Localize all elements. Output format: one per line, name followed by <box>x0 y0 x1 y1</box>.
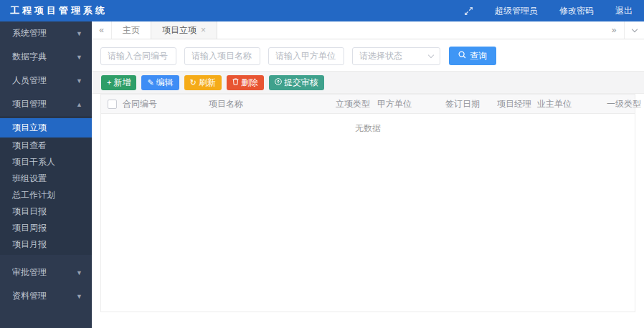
column-header-project-manager: 项目经理 <box>497 98 537 110</box>
main-content: « 主页 项目立项 × » 请选择状态 <box>92 21 644 328</box>
column-header-contract-number: 合同编号 <box>123 98 209 110</box>
column-header-level1-type: 一级类型 <box>607 98 641 110</box>
sidebar-item-label: 项目周报 <box>12 222 47 234</box>
logout-link[interactable]: 退出 <box>615 5 633 17</box>
close-icon[interactable]: × <box>201 25 206 35</box>
select-all-checkbox[interactable] <box>108 100 117 109</box>
sidebar-item-label: 项目日报 <box>12 206 47 218</box>
sidebar-item-team-settings[interactable]: 班组设置 <box>0 170 92 187</box>
refresh-button-label: 刷新 <box>199 77 216 89</box>
tab-home[interactable]: 主页 <box>112 21 151 39</box>
search-button-label: 查询 <box>470 50 487 62</box>
table-body: 无数据 <box>101 114 635 312</box>
chevron-down-icon <box>428 52 434 57</box>
search-button[interactable]: 查询 <box>449 47 496 65</box>
status-select[interactable]: 请选择状态 <box>352 47 440 65</box>
sidebar-item-label: 系统管理 <box>12 27 47 39</box>
sidebar-item-project-stakeholders[interactable]: 项目干系人 <box>0 154 92 170</box>
add-button-label: 新增 <box>113 77 131 89</box>
chevron-down-icon: ▼ <box>76 293 82 300</box>
sidebar-item-label: 项目立项 <box>12 122 47 134</box>
column-header-signing-date: 签订日期 <box>445 98 497 110</box>
topbar-actions: 超级管理员 修改密码 退出 <box>464 5 633 17</box>
submit-arrow-circle-icon <box>275 78 282 87</box>
filter-bar: 请选择状态 查询 <box>92 39 644 71</box>
tab-project-initiation[interactable]: 项目立项 × <box>151 21 217 39</box>
edit-button-label: 编辑 <box>156 77 174 89</box>
project-name-input[interactable] <box>184 47 260 65</box>
sidebar-item-label: 总工作计划 <box>12 189 55 201</box>
refresh-button[interactable]: ↻ 刷新 <box>184 75 222 90</box>
contract-number-input[interactable] <box>100 47 176 65</box>
sidebar-item-label: 数据字典 <box>12 51 47 63</box>
sidebar-item-document-management[interactable]: 资料管理 ▼ <box>0 284 92 308</box>
scroll-tabs-left-icon[interactable]: « <box>92 21 112 39</box>
sidebar-item-label: 资料管理 <box>12 290 47 302</box>
sidebar-item-project-monthly-report[interactable]: 项目月报 <box>0 236 92 253</box>
sidebar-item-overall-work-plan[interactable]: 总工作计划 <box>0 187 92 203</box>
column-header-party-a-unit: 甲方单位 <box>377 98 445 110</box>
scroll-tabs-right-icon[interactable]: » <box>604 21 624 39</box>
chevron-down-icon: ▼ <box>76 30 82 37</box>
refresh-icon: ↻ <box>190 79 196 87</box>
sidebar-item-label: 项目查看 <box>12 140 47 152</box>
sidebar-item-project-weekly-report[interactable]: 项目周报 <box>0 220 92 236</box>
project-management-submenu: 项目立项 项目查看 项目干系人 班组设置 总工作计划 项目日报 <box>0 116 92 255</box>
delete-button[interactable]: 删除 <box>227 75 264 90</box>
top-bar: 工程项目管理系统 超级管理员 修改密码 退出 <box>0 0 644 21</box>
submit-review-button[interactable]: 提交审核 <box>269 75 324 90</box>
tab-label: 项目立项 <box>162 24 196 37</box>
chevron-down-icon: ▼ <box>76 269 82 276</box>
sidebar-item-project-view[interactable]: 项目查看 <box>0 138 92 154</box>
sidebar-item-system-management[interactable]: 系统管理 ▼ <box>0 21 92 45</box>
chevron-down-icon: ▼ <box>76 54 82 61</box>
trash-icon <box>232 78 239 87</box>
action-toolbar: + 新增 ✎ 编辑 ↻ 刷新 删除 <box>92 71 644 94</box>
projects-table: 合同编号 项目名称 立项类型 甲方单位 签订日期 项目经理 业主单位 一级类型 … <box>100 94 635 312</box>
sidebar: 系统管理 ▼ 数据字典 ▼ 人员管理 ▼ 项目管理 ▲ 项目立项 项目查看 <box>0 21 92 328</box>
sidebar-item-project-daily-report[interactable]: 项目日报 <box>0 203 92 220</box>
edit-button[interactable]: ✎ 编辑 <box>141 75 179 90</box>
user-link[interactable]: 超级管理员 <box>495 5 538 17</box>
app-title: 工程项目管理系统 <box>10 4 108 17</box>
empty-state-text: 无数据 <box>101 114 635 135</box>
delete-button-label: 删除 <box>241 77 258 89</box>
column-header-initiation-type: 立项类型 <box>336 98 377 110</box>
column-header-project-name: 项目名称 <box>209 98 336 110</box>
change-password-link[interactable]: 修改密码 <box>559 5 594 17</box>
tab-bar: « 主页 项目立项 × » <box>92 21 644 39</box>
sidebar-item-personnel-management[interactable]: 人员管理 ▼ <box>0 69 92 92</box>
submit-review-button-label: 提交审核 <box>284 77 318 89</box>
fullscreen-icon[interactable] <box>464 6 473 16</box>
sidebar-item-approval-management[interactable]: 审批管理 ▼ <box>0 261 92 284</box>
sidebar-item-label: 审批管理 <box>12 266 47 279</box>
tab-label: 主页 <box>123 24 140 37</box>
table-header-row: 合同编号 项目名称 立项类型 甲方单位 签订日期 项目经理 业主单位 一级类型 <box>101 95 635 114</box>
sidebar-item-data-dictionary[interactable]: 数据字典 ▼ <box>0 45 92 69</box>
column-header-owner-unit: 业主单位 <box>537 98 607 110</box>
sidebar-item-label: 项目干系人 <box>12 156 55 168</box>
sidebar-item-label: 项目月报 <box>12 238 47 251</box>
search-icon <box>458 51 466 61</box>
party-a-unit-input[interactable] <box>268 47 344 65</box>
app-window: 工程项目管理系统 超级管理员 修改密码 退出 系统管理 ▼ 数据字典 ▼ 人员管… <box>0 0 644 328</box>
sidebar-item-label: 班组设置 <box>12 173 47 185</box>
status-select-placeholder: 请选择状态 <box>359 50 402 62</box>
tabbar-spacer <box>217 21 604 39</box>
table-header-checkbox-cell <box>101 100 123 109</box>
add-button[interactable]: + 新增 <box>101 75 136 90</box>
chevron-up-icon: ▲ <box>76 101 82 108</box>
chevron-down-icon: ▼ <box>76 77 82 85</box>
sidebar-item-label: 项目管理 <box>12 98 47 110</box>
sidebar-item-project-initiation[interactable]: 项目立项 <box>0 118 92 138</box>
plus-icon: + <box>107 79 111 87</box>
tab-options-chevron-icon[interactable] <box>624 21 644 39</box>
sidebar-item-project-management[interactable]: 项目管理 ▲ <box>0 92 92 116</box>
pencil-icon: ✎ <box>147 79 153 87</box>
sidebar-item-label: 人员管理 <box>12 74 47 87</box>
